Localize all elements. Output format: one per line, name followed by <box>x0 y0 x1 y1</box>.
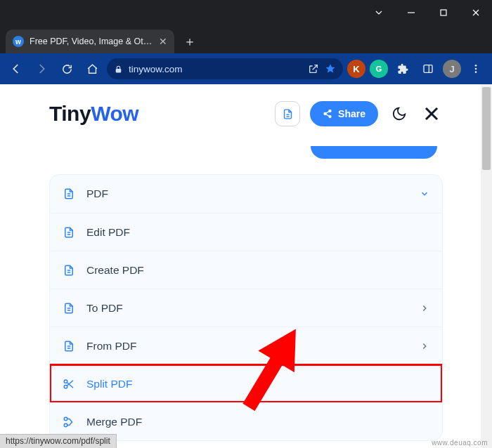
scrollbar-thumb[interactable] <box>482 87 491 170</box>
share-page-icon[interactable] <box>308 63 319 74</box>
window-minimize-button[interactable] <box>395 0 427 25</box>
close-modal-button[interactable] <box>420 103 443 125</box>
svg-point-30 <box>64 385 67 388</box>
svg-point-7 <box>475 65 477 67</box>
address-bar[interactable]: tinywow.com <box>107 58 343 79</box>
merge-icon <box>63 416 77 428</box>
svg-rect-5 <box>424 65 432 73</box>
forward-button[interactable] <box>31 58 52 79</box>
window-close-button[interactable] <box>460 0 492 25</box>
watermark: www.deuaq.com <box>432 439 488 447</box>
menu-item-pdf[interactable]: PDF <box>50 175 442 213</box>
menu-label: PDF <box>86 187 108 200</box>
extensions-puzzle-icon[interactable] <box>392 58 413 79</box>
new-tab-button[interactable]: ＋ <box>180 32 200 51</box>
svg-point-34 <box>64 423 67 427</box>
menu-item-from-pdf[interactable]: From PDF <box>50 327 442 364</box>
page-viewport: TinyWow Share PDF Edit PDF <box>0 84 492 448</box>
chevron-down-icon <box>420 189 429 199</box>
menu-item-split-pdf[interactable]: Split PDF <box>50 364 442 402</box>
window-dropdown-button[interactable] <box>363 0 395 25</box>
tab-strip: w Free PDF, Video, Image & Other … ✕ ＋ <box>0 25 492 53</box>
file-icon <box>63 302 77 315</box>
vertical-scrollbar[interactable] <box>481 84 492 448</box>
site-header: TinyWow Share <box>49 101 443 126</box>
menu-label: Create PDF <box>86 264 144 277</box>
svg-point-33 <box>64 417 67 421</box>
menu-label: Edit PDF <box>86 226 130 239</box>
side-panel-icon[interactable] <box>417 58 439 79</box>
browser-tab[interactable]: w Free PDF, Video, Image & Other … ✕ <box>6 29 174 53</box>
svg-line-15 <box>326 112 330 114</box>
tab-title: Free PDF, Video, Image & Other … <box>30 37 153 46</box>
status-bar: https://tinywow.com/pdf/split <box>0 434 117 448</box>
tab-close-icon[interactable]: ✕ <box>159 36 167 47</box>
menu-item-to-pdf[interactable]: To PDF <box>50 289 442 327</box>
share-icon <box>323 109 332 119</box>
svg-rect-1 <box>441 10 446 15</box>
home-button[interactable] <box>82 58 103 79</box>
address-url: tinywow.com <box>129 64 302 74</box>
scissors-icon <box>63 378 77 390</box>
menu-label: From PDF <box>86 340 136 353</box>
lock-icon <box>114 65 123 74</box>
file-icon <box>63 226 77 239</box>
menu-label: Merge PDF <box>86 416 142 428</box>
file-icon <box>63 264 77 277</box>
browser-toolbar: tinywow.com K G J <box>0 53 492 84</box>
dark-mode-toggle[interactable] <box>388 103 410 125</box>
document-icon-button[interactable] <box>275 101 300 126</box>
svg-line-16 <box>326 114 330 117</box>
menu-label: To PDF <box>86 302 123 315</box>
extension-grammarly-icon[interactable]: G <box>370 60 388 78</box>
chevron-right-icon <box>420 303 429 313</box>
tab-favicon: w <box>13 36 24 47</box>
share-button[interactable]: Share <box>310 101 378 126</box>
svg-rect-4 <box>116 68 122 72</box>
window-maximize-button[interactable] <box>427 0 460 25</box>
back-button[interactable] <box>6 58 27 79</box>
svg-point-29 <box>64 380 67 383</box>
chrome-menu-button[interactable] <box>465 58 486 79</box>
reload-button[interactable] <box>56 58 77 79</box>
file-icon <box>63 187 77 200</box>
file-icon <box>63 340 77 353</box>
extension-k-icon[interactable]: K <box>347 60 365 78</box>
status-url: https://tinywow.com/pdf/split <box>6 436 110 446</box>
menu-item-edit-pdf[interactable]: Edit PDF <box>50 213 442 251</box>
bookmark-star-icon[interactable] <box>325 63 336 74</box>
svg-point-9 <box>475 71 477 73</box>
window-titlebar <box>0 0 492 25</box>
svg-point-8 <box>475 68 477 70</box>
menu-label: Split PDF <box>86 378 132 390</box>
profile-avatar[interactable]: J <box>443 60 461 78</box>
chevron-right-icon <box>420 341 429 351</box>
menu-item-create-pdf[interactable]: Create PDF <box>50 251 442 289</box>
site-logo[interactable]: TinyWow <box>49 102 138 126</box>
pdf-menu-card: PDF Edit PDF Create PDF To PDF From PDF <box>49 174 443 441</box>
share-label: Share <box>338 108 365 119</box>
logo-text-wow: Wow <box>91 102 138 125</box>
logo-text-tiny: Tiny <box>49 102 91 125</box>
cropped-button[interactable] <box>311 146 437 159</box>
